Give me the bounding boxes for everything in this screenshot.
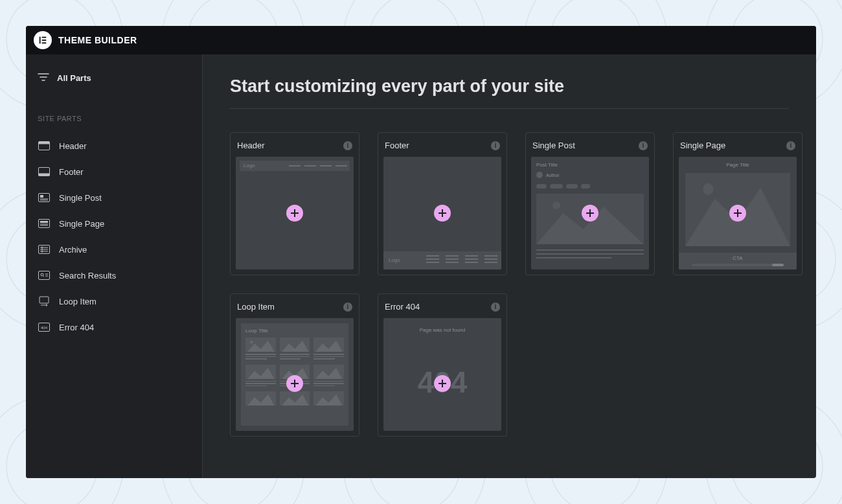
search-results-icon — [38, 270, 51, 281]
sidebar-item-label: Error 404 — [59, 323, 94, 332]
preview-post-title: Post Title — [536, 162, 644, 168]
svg-point-56 — [552, 201, 560, 209]
preview-logo-label: Logo — [389, 257, 400, 263]
sidebar-nav: Header Footer Single Post Single Page Ar — [38, 135, 190, 338]
svg-rect-24 — [40, 37, 41, 44]
sidebar-item-footer[interactable]: Footer — [38, 161, 190, 182]
sidebar: All Parts SITE PARTS Header Footer Singl… — [26, 54, 203, 478]
svg-point-49 — [41, 273, 43, 276]
card-error-404[interactable]: Error 404 i Page was not found 404 — [378, 293, 507, 437]
svg-rect-48 — [39, 271, 50, 280]
svg-rect-39 — [39, 220, 50, 228]
sidebar-all-parts-label: All Parts — [57, 73, 91, 83]
cards-grid: Header i Logo Footer i — [230, 132, 789, 437]
sidebar-item-label: Single Post — [59, 193, 102, 203]
sidebar-item-label: Archive — [59, 245, 87, 255]
sidebar-item-label: Header — [59, 141, 87, 151]
info-icon[interactable]: i — [491, 303, 500, 312]
sidebar-item-label: Loop Item — [59, 297, 97, 306]
preview-cta-label: CTA — [733, 255, 742, 261]
topbar-title: THEME BUILDER — [58, 35, 137, 45]
card-title: Loop Item — [237, 302, 275, 312]
divider — [230, 108, 789, 109]
svg-rect-25 — [42, 37, 47, 38]
info-icon[interactable]: i — [639, 141, 648, 150]
info-icon[interactable]: i — [491, 141, 500, 150]
svg-rect-40 — [40, 221, 48, 223]
preview-author-label: Author — [546, 173, 560, 178]
sidebar-item-loop-item[interactable]: Loop Item — [38, 291, 190, 312]
svg-point-58 — [250, 341, 253, 344]
svg-rect-27 — [42, 42, 47, 43]
card-title: Footer — [385, 141, 409, 150]
sidebar-item-single-page[interactable]: Single Page — [38, 213, 190, 234]
preview-error-404: Page was not found 404 — [383, 318, 501, 431]
svg-rect-36 — [40, 195, 43, 198]
preview-footer: Logo — [383, 157, 501, 269]
main-content: Start customizing every part of your sit… — [203, 54, 816, 478]
svg-rect-53 — [40, 297, 49, 303]
header-icon — [38, 141, 51, 151]
preview-header: Logo — [236, 157, 354, 269]
sidebar-item-single-post[interactable]: Single Post — [38, 187, 190, 208]
preview-loop-item: Loop Title — [236, 318, 354, 431]
add-button[interactable] — [729, 205, 746, 222]
add-button[interactable] — [286, 375, 303, 392]
topbar: THEME BUILDER — [26, 26, 816, 54]
error-404-icon: 404 — [38, 322, 51, 332]
preview-single-post: Post Title Author — [531, 157, 649, 269]
sidebar-item-search-results[interactable]: Search Results — [38, 265, 190, 286]
card-title: Header — [237, 141, 265, 150]
preview-loop-title: Loop Title — [245, 328, 344, 334]
single-page-icon — [38, 218, 51, 229]
card-single-post[interactable]: Single Post i Post Title Author — [525, 132, 655, 275]
sidebar-item-label: Single Page — [59, 219, 104, 229]
app-window: THEME BUILDER All Parts SITE PARTS Heade… — [26, 26, 816, 478]
preview-logo-label: Logo — [244, 163, 255, 168]
sidebar-item-error-404[interactable]: 404 Error 404 — [38, 317, 190, 338]
single-post-icon — [38, 192, 51, 203]
sidebar-item-label: Search Results — [59, 271, 116, 281]
info-icon[interactable]: i — [786, 141, 795, 150]
svg-point-57 — [703, 183, 713, 195]
preview-page-title: Page Title — [679, 157, 797, 170]
sidebar-item-header[interactable]: Header — [38, 135, 190, 156]
sidebar-all-parts[interactable]: All Parts — [38, 73, 190, 84]
add-button[interactable] — [434, 375, 451, 392]
svg-rect-26 — [42, 40, 47, 41]
svg-text:404: 404 — [41, 326, 48, 330]
archive-icon — [38, 244, 51, 255]
card-title: Single Page — [680, 141, 725, 150]
card-title: Error 404 — [385, 302, 420, 312]
sidebar-section-label: SITE PARTS — [38, 115, 190, 122]
sidebar-item-label: Footer — [59, 167, 84, 177]
info-icon[interactable]: i — [343, 141, 352, 150]
filter-icon — [38, 73, 49, 84]
add-button[interactable] — [434, 205, 451, 222]
info-icon[interactable]: i — [343, 303, 352, 312]
footer-icon — [38, 166, 51, 177]
preview-404-message: Page was not found — [383, 318, 501, 333]
loop-item-icon — [38, 296, 51, 306]
card-header[interactable]: Header i Logo — [230, 132, 359, 275]
card-footer[interactable]: Footer i Logo — [378, 132, 507, 275]
sidebar-item-archive[interactable]: Archive — [38, 239, 190, 260]
page-title: Start customizing every part of your sit… — [230, 76, 789, 97]
add-button[interactable] — [286, 205, 303, 222]
svg-line-50 — [43, 276, 45, 277]
card-title: Single Post — [532, 141, 575, 150]
card-single-page[interactable]: Single Page i Page Title CTA — [673, 132, 802, 275]
elementor-logo-icon — [34, 31, 52, 49]
preview-single-page: Page Title CTA — [679, 157, 797, 269]
svg-rect-34 — [39, 174, 50, 176]
svg-rect-32 — [39, 142, 50, 144]
add-button[interactable] — [582, 205, 598, 222]
card-loop-item[interactable]: Loop Item i Loop Title — [230, 293, 359, 437]
